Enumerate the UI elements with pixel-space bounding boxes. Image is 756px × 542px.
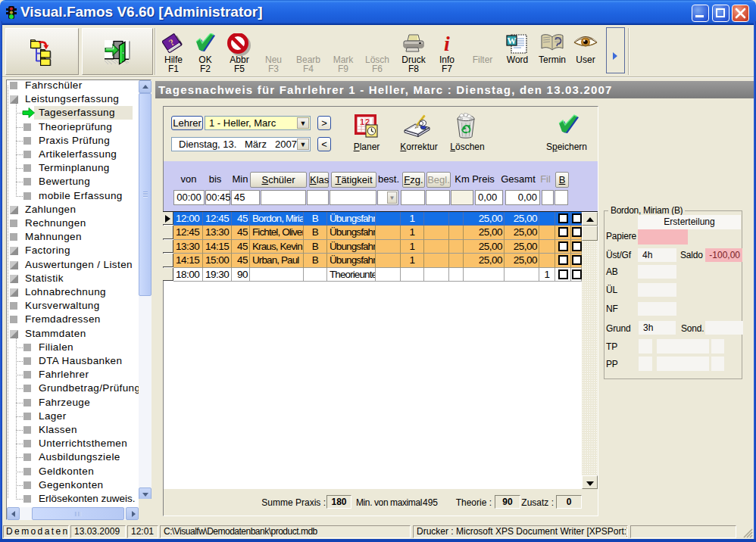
- svg-text:W: W: [508, 36, 517, 46]
- svg-text:i: i: [444, 33, 450, 54]
- svg-text:1: 1: [360, 117, 364, 126]
